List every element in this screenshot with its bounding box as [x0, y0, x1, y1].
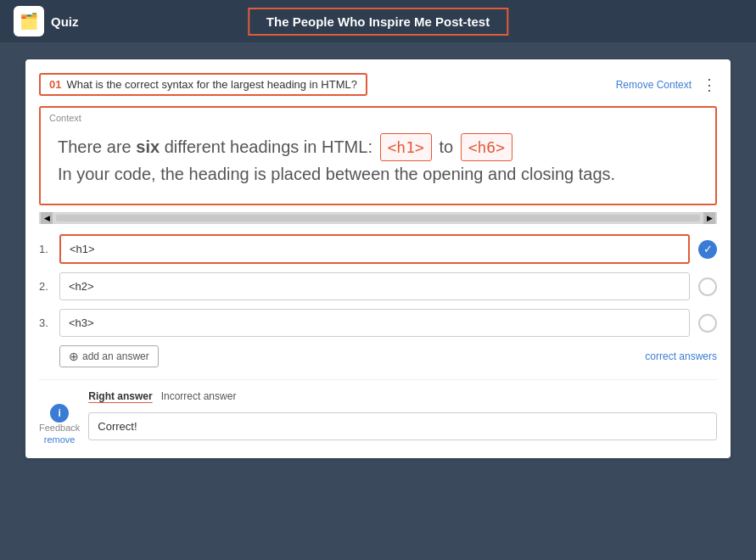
- code-tag-h6: <h6>: [461, 133, 512, 161]
- feedback-remove-link[interactable]: remove: [44, 434, 76, 445]
- feedback-tab-right[interactable]: Right answer: [88, 387, 160, 406]
- quiz-title: The People Who Inspire Me Post-test: [266, 14, 490, 29]
- answer-row-3: 3.: [39, 309, 717, 337]
- answer-input-3[interactable]: [59, 309, 690, 337]
- context-text-line2: In your code, the heading is placed betw…: [58, 161, 698, 187]
- answer-radio-1[interactable]: [698, 240, 717, 259]
- add-answer-row: ⊕ add an answer correct answers: [39, 345, 717, 367]
- context-text-bold: six: [136, 137, 160, 156]
- feedback-label: Feedback: [39, 423, 80, 433]
- app-header: 🗂️ Quiz The People Who Inspire Me Post-t…: [0, 0, 756, 42]
- question-header: 01 What is the correct syntax for the la…: [39, 73, 717, 96]
- question-number: 01: [49, 78, 61, 91]
- question-text: What is the correct syntax for the large…: [66, 78, 357, 91]
- question-card: 01 What is the correct syntax for the la…: [25, 59, 731, 458]
- scroll-bar[interactable]: ◀ ▶: [39, 212, 717, 224]
- feedback-tabs: Right answer Incorrect answer: [88, 387, 717, 406]
- answer-number-1: 1.: [39, 243, 59, 255]
- answer-radio-2[interactable]: [698, 277, 717, 296]
- more-options-icon[interactable]: ⋮: [702, 76, 717, 94]
- context-content: There are six different headings in HTML…: [41, 125, 715, 204]
- context-text-part1: There are: [58, 137, 136, 156]
- answer-radio-3[interactable]: [698, 314, 717, 333]
- feedback-icon: i: [50, 404, 69, 423]
- feedback-right: Right answer Incorrect answer: [88, 387, 717, 440]
- logo-area: 🗂️ Quiz: [14, 6, 79, 36]
- context-text-to: to: [434, 137, 458, 156]
- feedback-icon-label: i: [58, 407, 60, 419]
- answer-row-2: 2.: [39, 272, 717, 300]
- scroll-right-arrow[interactable]: ▶: [703, 212, 715, 224]
- main-content: 01 What is the correct syntax for the la…: [0, 42, 756, 475]
- feedback-section: i Feedback remove Right answer Incorrect…: [39, 379, 717, 445]
- logo-emoji: 🗂️: [20, 12, 38, 31]
- remove-context-button[interactable]: Remove Context: [616, 79, 692, 91]
- code-tag-h1: <h1>: [380, 133, 432, 161]
- context-text-line1: There are six different headings in HTML…: [58, 133, 698, 161]
- question-actions: Remove Context ⋮: [616, 76, 717, 94]
- correct-answers-link[interactable]: correct answers: [645, 350, 717, 362]
- context-text-part2: different headings in HTML:: [160, 137, 377, 156]
- question-title-box: 01 What is the correct syntax for the la…: [39, 73, 367, 96]
- scroll-track: [56, 215, 700, 221]
- add-answer-label: add an answer: [82, 350, 149, 362]
- quiz-title-box: The People Who Inspire Me Post-test: [248, 8, 508, 36]
- answer-input-2[interactable]: [59, 272, 690, 300]
- add-answer-button[interactable]: ⊕ add an answer: [59, 345, 159, 367]
- scroll-left-arrow[interactable]: ◀: [41, 212, 53, 224]
- answer-input-1[interactable]: [59, 234, 690, 264]
- answer-number-2: 2.: [39, 280, 59, 293]
- answer-row-1: 1.: [39, 234, 717, 264]
- plus-icon: ⊕: [69, 350, 79, 363]
- feedback-input[interactable]: [88, 412, 717, 440]
- context-box: Context There are six different headings…: [39, 106, 717, 205]
- context-text-part3: In your code, the heading is placed betw…: [58, 165, 615, 183]
- feedback-tab-incorrect[interactable]: Incorrect answer: [161, 387, 245, 406]
- feedback-left-col: i Feedback remove: [39, 387, 80, 445]
- context-label: Context: [41, 108, 715, 125]
- answer-number-3: 3.: [39, 316, 59, 329]
- app-title: Quiz: [51, 14, 79, 29]
- logo-icon: 🗂️: [14, 6, 44, 36]
